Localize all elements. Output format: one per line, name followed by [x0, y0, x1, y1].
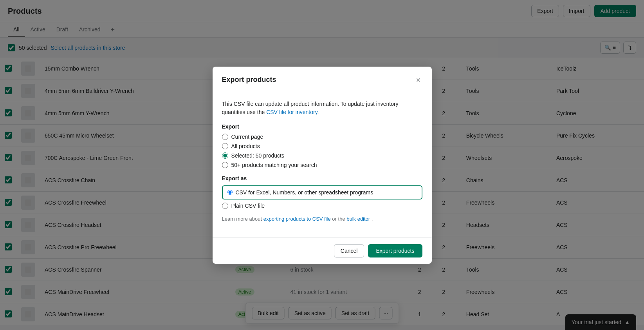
or-text: or the: [332, 216, 346, 222]
export-as-label-csv-excel: CSV for Excel, Numbers, or other spreads…: [236, 189, 373, 196]
export-as-csv-excel-option[interactable]: CSV for Excel, Numbers, or other spreads…: [222, 185, 422, 199]
learn-more-prefix: Learn more about: [222, 216, 263, 222]
period: .: [372, 216, 373, 222]
learn-more-text: Learn more about exporting products to C…: [222, 216, 422, 222]
modal-footer: Cancel Export products: [213, 238, 432, 264]
export-option-current-page[interactable]: Current page: [222, 134, 422, 140]
export-as-radio-csv-excel[interactable]: [227, 190, 233, 195]
export-modal: Export products × This CSV file can upda…: [213, 67, 432, 264]
export-option-label-all: All products: [231, 143, 260, 149]
export-as-radio-plain-csv[interactable]: [222, 203, 228, 209]
export-as-plain-csv-option[interactable]: Plain CSV file: [222, 203, 422, 209]
modal-body: This CSV file can update all product inf…: [213, 92, 432, 238]
cancel-button[interactable]: Cancel: [334, 244, 364, 257]
csv-inventory-link[interactable]: CSV file for inventory: [266, 109, 317, 115]
export-option-all-products[interactable]: All products: [222, 143, 422, 149]
export-radio-matching[interactable]: [222, 162, 228, 168]
export-section-label: Export: [222, 123, 422, 130]
modal-overlay[interactable]: Export products × This CSV file can upda…: [0, 0, 644, 325]
export-radio-all-products[interactable]: [222, 143, 228, 149]
export-products-button[interactable]: Export products: [368, 244, 422, 257]
bulk-editor-link[interactable]: bulk editor: [346, 216, 370, 222]
export-option-matching[interactable]: 50+ products matching your search: [222, 162, 422, 168]
export-as-section-label: Export as: [222, 175, 422, 181]
export-option-label-matching: 50+ products matching your search: [231, 162, 317, 168]
export-radio-selected[interactable]: [222, 152, 228, 159]
exporting-products-link[interactable]: exporting products to CSV file: [263, 216, 331, 222]
export-radio-current-page[interactable]: [222, 134, 228, 140]
export-option-label-current: Current page: [231, 134, 263, 140]
export-as-options-group: CSV for Excel, Numbers, or other spreads…: [222, 185, 422, 209]
modal-title: Export products: [222, 76, 276, 84]
export-as-label-plain-csv: Plain CSV file: [231, 203, 265, 209]
modal-close-button[interactable]: ×: [415, 74, 422, 85]
modal-header: Export products ×: [213, 67, 432, 92]
export-option-selected[interactable]: Selected: 50 products: [222, 152, 422, 159]
export-option-label-selected: Selected: 50 products: [231, 152, 284, 159]
modal-description: This CSV file can update all product inf…: [222, 100, 422, 116]
export-options-group: Current page All products Selected: 50 p…: [222, 134, 422, 168]
